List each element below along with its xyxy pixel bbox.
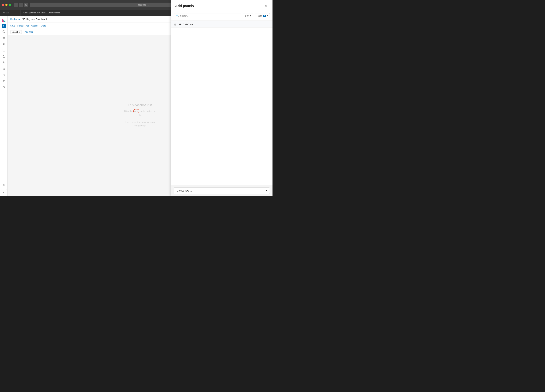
svg-rect-18	[3, 75, 5, 76]
share-action-button[interactable]: Share	[40, 24, 46, 28]
sidebar-item-tool[interactable]	[1, 78, 6, 84]
breadcrumb-separator: /	[22, 18, 23, 20]
search-input-wrap: 🔍	[174, 13, 241, 18]
cancel-button[interactable]: Cancel	[17, 24, 23, 28]
types-chevron-icon: ▾	[267, 14, 268, 17]
types-count-badge: 4	[263, 15, 266, 17]
item-name: API Call Count	[179, 23, 193, 26]
back-button[interactable]: ‹	[14, 3, 18, 7]
url-text: localhost	[138, 4, 146, 6]
sidebar-item-clock[interactable]	[1, 29, 6, 34]
modal-list: ▦ API Call Count	[171, 20, 272, 185]
create-new-chevron-icon: ▾	[266, 189, 267, 192]
breadcrumb: Dashboard / Editing New Dashboard	[10, 18, 47, 20]
svg-rect-9	[4, 43, 5, 45]
sort-chevron-icon: ▾	[250, 14, 251, 17]
sidebar-item-chart[interactable]	[1, 41, 6, 47]
modal-title: Add panels	[175, 4, 194, 8]
svg-rect-4	[3, 37, 5, 37]
sort-button[interactable]: Sort ▾	[243, 13, 253, 18]
sidebar-item-heart[interactable]	[1, 85, 6, 90]
traffic-lights	[2, 4, 11, 6]
svg-rect-13	[3, 56, 5, 57]
minimize-traffic-light[interactable]	[5, 4, 8, 6]
svg-rect-8	[3, 43, 4, 45]
sidebar-item-gear[interactable]	[1, 182, 6, 188]
types-label: Types	[256, 14, 262, 17]
user-avatar[interactable]: D	[2, 24, 6, 28]
svg-rect-5	[3, 38, 5, 38]
breadcrumb-current: Editing New Dashboard	[23, 18, 47, 20]
modal-footer: Create new ... ▾	[171, 185, 272, 196]
search-input[interactable]	[180, 14, 239, 17]
list-item[interactable]: ▦ API Call Count	[171, 21, 272, 28]
search-dropdown[interactable]: Search ▾	[10, 30, 22, 34]
modal-header: Add panels ×	[171, 0, 272, 11]
create-new-button[interactable]: Create new ... ▾	[174, 187, 270, 194]
tab-elastic-videos-label: Getting Started with Kibana | Elastic Vi…	[23, 12, 60, 14]
close-traffic-light[interactable]	[2, 4, 4, 6]
avatar-text: D	[3, 25, 4, 27]
app-container: D	[0, 16, 272, 196]
save-button[interactable]: Save	[10, 24, 15, 28]
sidebar-item-user[interactable]	[1, 60, 6, 65]
search-dropdown-label: Search	[12, 31, 19, 33]
item-visualization-icon: ▦	[174, 23, 177, 26]
tab-kibana[interactable]: Kibana	[0, 10, 21, 16]
create-new-label: Create new ...	[177, 189, 192, 192]
window-toggle-button[interactable]: ⊟	[24, 3, 28, 7]
forward-button[interactable]: ›	[19, 3, 23, 7]
maximize-traffic-light[interactable]	[9, 4, 11, 6]
sort-label: Sort	[245, 14, 249, 17]
search-dropdown-arrow: ▾	[19, 31, 20, 33]
sidebar-item-layers[interactable]	[1, 35, 6, 41]
svg-rect-7	[3, 44, 3, 45]
empty-description: Click the Add button in the me the If yo…	[124, 109, 156, 128]
add-highlight: Add	[133, 109, 139, 113]
sidebar-item-expand[interactable]	[1, 189, 6, 195]
sidebar: D	[0, 16, 8, 196]
tab-kibana-label: Kibana	[3, 12, 9, 14]
empty-title: This dashboard is	[128, 103, 152, 107]
modal-close-button[interactable]: ×	[264, 3, 268, 8]
reload-icon[interactable]: ↻	[148, 4, 149, 6]
svg-point-19	[3, 185, 4, 186]
svg-point-14	[3, 62, 4, 63]
types-button[interactable]: Types 4 ▾	[254, 13, 270, 18]
sidebar-item-briefcase[interactable]	[1, 54, 6, 59]
kibana-logo	[1, 17, 6, 23]
breadcrumb-root[interactable]: Dashboard	[10, 18, 21, 20]
add-panels-modal: Add panels × 🔍 Sort ▾ Types 4 ▾	[171, 0, 272, 196]
add-button[interactable]: Add	[26, 24, 29, 28]
sidebar-item-globe[interactable]	[1, 66, 6, 72]
sidebar-item-table[interactable]	[1, 48, 6, 53]
search-icon: 🔍	[176, 14, 179, 17]
svg-rect-6	[3, 38, 5, 39]
nav-buttons: ‹ › ⊟	[14, 3, 28, 7]
sidebar-item-lock[interactable]	[1, 72, 6, 78]
modal-search-bar: 🔍 Sort ▾ Types 4 ▾	[171, 11, 272, 20]
main-area: Dashboard / Editing New Dashboard Save C…	[8, 16, 272, 196]
options-button[interactable]: Options	[31, 24, 38, 28]
add-filter-button[interactable]: + Add filter	[23, 31, 33, 33]
